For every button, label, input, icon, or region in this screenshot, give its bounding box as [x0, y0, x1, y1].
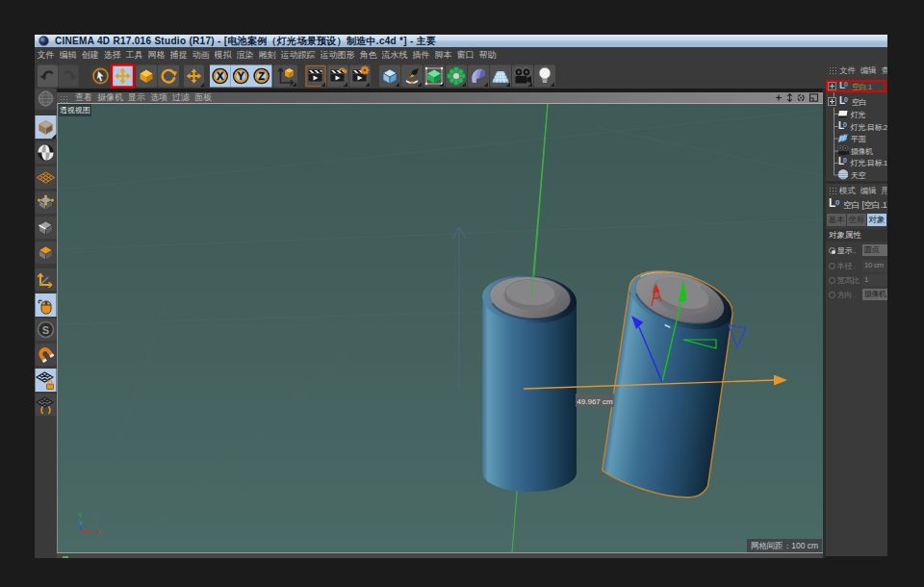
svg-text:Y: Y: [238, 70, 244, 82]
svg-text:49.967 cm: 49.967 cm: [577, 397, 613, 406]
svg-text:S: S: [42, 324, 49, 336]
svg-text:Z: Z: [258, 70, 265, 82]
svg-text:Y: Y: [78, 512, 83, 519]
svg-text:Z: Z: [78, 519, 83, 525]
svg-text:X: X: [217, 70, 223, 82]
svg-text:X: X: [96, 529, 101, 536]
